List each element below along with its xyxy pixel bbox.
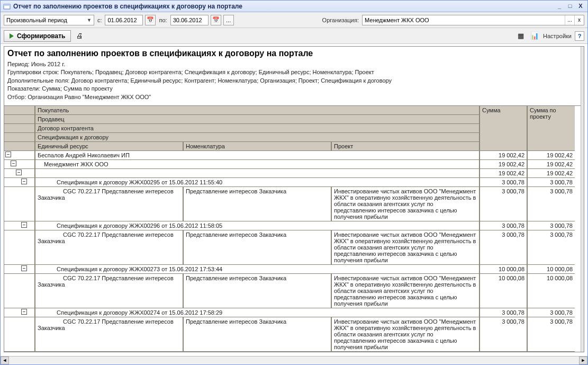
close-button[interactable]: X [576,2,585,11]
nom-cell: Представление интересов Заказчика [183,230,331,265]
horizontal-scrollbar[interactable]: ◄ ► [1,356,587,364]
sum-cell: 19 002,42 [480,160,527,169]
tree-cell: − [4,169,35,178]
sum-project-cell: 19 002,42 [527,160,575,169]
vertical-scroll-strip [581,47,584,352]
org-label: Организация: [322,17,359,23]
svg-rect-1 [4,4,10,6]
group-text [35,169,480,178]
collapse-toggle[interactable]: − [21,222,27,228]
group-text: Менеджмент ЖКХ ООО [35,160,480,169]
calendar-to-icon[interactable]: 📅 [211,15,221,25]
window-title: Отчет по заполнению проектов в специфика… [13,3,555,10]
group-text: Спецификация к договору ЖЖХ00296 от 15.0… [35,221,480,230]
sum-cell: 19 002,42 [480,169,527,178]
print-icon[interactable]: 🖨 [74,31,85,41]
collapse-toggle[interactable]: − [16,170,22,175]
org-select-button[interactable]: ... [565,15,574,25]
header-sum: Сумма [480,106,527,151]
maximize-button[interactable]: □ [565,2,575,11]
sum-project-cell: 3 000,78 [527,308,575,317]
report-title: Отчет по заполнению проектов в специфика… [7,49,581,58]
project-cell: Инвестирование чистых активов ООО "Менед… [331,187,480,221]
app-icon [3,2,11,11]
sum-cell: 3 000,78 [480,308,527,317]
sum-cell: 3 000,78 [480,230,527,265]
project-cell: Инвестирование чистых активов ООО "Менед… [331,317,480,352]
sum-project-cell: 3 000,78 [527,317,575,352]
titlebar: Отчет по заполнению проектов в специфика… [1,1,587,12]
nom-cell: Представление интересов Заказчика [183,187,331,221]
group-text: Спецификация к договору ЖЖХ00273 от 15.0… [35,265,480,274]
scroll-track[interactable] [9,357,579,364]
date-from-input[interactable]: 01.06.2012 [105,15,143,25]
sum-project-cell: 3 000,78 [527,230,575,265]
report-area[interactable]: Отчет по заполнению проектов в специфика… [1,44,587,356]
sum-cell: 3 000,78 [480,221,527,230]
sum-cell: 3 000,78 [480,187,527,221]
report-groups: Группировки строк: Покупатель; Продавец;… [7,68,581,76]
help-button[interactable]: ? [575,31,584,41]
tree-cell [4,317,35,352]
collapse-toggle[interactable]: − [21,309,27,315]
group-text: Спецификация к договору ЖЖХ00274 от 15.0… [35,308,480,317]
nom-cell: Представление интересов Заказчика [183,317,331,352]
tree-cell: − [4,178,35,187]
window-buttons: _ □ X [555,2,585,11]
report-indicators: Показатели: Сумма; Сумма по проекту [7,85,581,93]
tree-cell: − [4,151,35,160]
collapse-toggle[interactable]: − [5,152,11,157]
sum-cell: 10 000,08 [480,265,527,274]
header-tree [4,106,35,115]
sum-project-cell: 3 000,78 [527,187,575,221]
group-text: Беспалов Андрей Николаевич ИП [35,151,480,160]
tree-cell: − [4,221,35,230]
minimize-button[interactable]: _ [555,2,564,11]
sum-project-cell: 19 002,42 [527,169,575,178]
settings-button[interactable]: Настройки [543,33,572,39]
collapse-toggle[interactable]: − [21,179,27,184]
tree-cell: − [4,265,35,274]
project-cell: Инвестирование чистых активов ООО "Менед… [331,274,480,308]
date-to-input[interactable]: 30.06.2012 [170,15,209,25]
resource-cell: CGC 70.22.17 Представление интересов Зак… [35,274,183,308]
grid-icon[interactable]: ▦ [515,31,526,41]
org-input[interactable]: Менеджмент ЖКХ ООО ... x [362,15,584,25]
header-spec: Спецификация к договору [35,133,480,142]
sum-project-cell: 19 002,42 [527,151,575,160]
period-more-button[interactable]: ... [223,15,234,25]
nom-cell: Представление интересов Заказчика [183,274,331,308]
tree-cell [4,230,35,265]
report-icon[interactable]: 📊 [529,31,540,41]
resource-cell: CGC 70.22.17 Представление интересов Зак… [35,317,183,352]
resource-cell: CGC 70.22.17 Представление интересов Зак… [35,187,183,221]
sum-cell: 3 000,78 [480,178,527,187]
period-dropdown[interactable]: Произвольный период ▼ [4,15,94,25]
tree-cell: − [4,160,35,169]
chevron-down-icon: ▼ [86,17,93,23]
header-buyer: Покупатель [35,106,480,115]
calendar-from-icon[interactable]: 📅 [145,15,156,25]
report-selection: Отбор: Организация Равно "Менеджмент ЖКХ… [7,93,581,101]
filter-toolbar: Произвольный период ▼ с: 01.06.2012 📅 по… [1,12,587,28]
play-icon [10,33,14,39]
sum-project-cell: 3 000,78 [527,221,575,230]
from-label: с: [97,17,102,23]
sum-project-cell: 10 000,08 [527,274,575,308]
header-contract: Договор контрагента [35,124,480,133]
org-clear-button[interactable]: x [574,15,584,25]
to-label: по: [159,17,167,23]
sum-project-cell: 3 000,78 [527,178,575,187]
header-seller: Продавец [35,115,480,124]
collapse-toggle[interactable]: − [11,161,16,166]
scroll-right-icon[interactable]: ► [579,357,587,364]
org-value: Менеджмент ЖКХ ООО [363,17,565,23]
generate-button[interactable]: Сформировать [4,30,71,42]
report-header: Отчет по заполнению проектов в специфика… [4,47,584,106]
header-nom: Номенклатура [183,142,331,151]
scroll-left-icon[interactable]: ◄ [1,357,9,364]
collapse-toggle[interactable]: − [21,265,27,271]
generate-label: Сформировать [17,32,65,40]
tree-cell [4,187,35,221]
report-grid: Покупатель Сумма Сумма по проекту Продав… [4,106,584,352]
